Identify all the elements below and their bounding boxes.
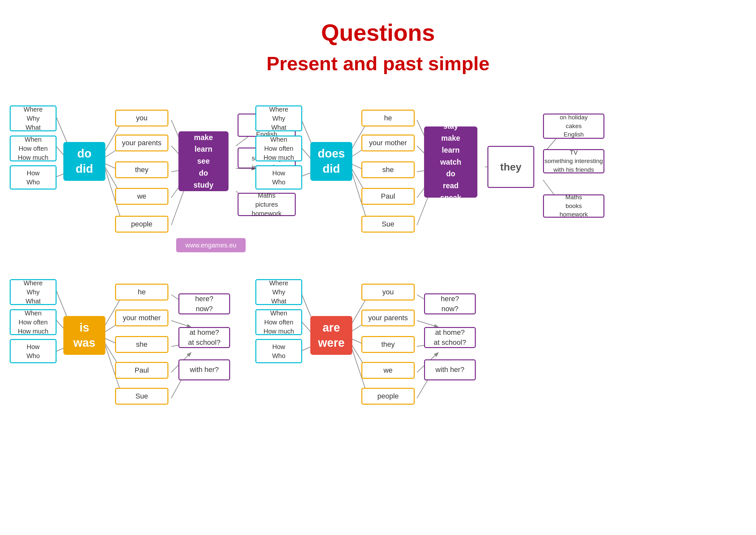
rb-sub4: we (361, 362, 415, 379)
lt-qw3: How Who (10, 165, 57, 189)
rt-verb-box: does did (310, 142, 352, 181)
lt-sub3: they (115, 161, 168, 178)
rt-pronoun: they (487, 146, 534, 188)
rb-qw2: When How often How much (255, 309, 302, 335)
svg-line-25 (171, 321, 191, 327)
rb-sub3: they (361, 336, 415, 353)
lb-verb-box: is was (63, 316, 105, 355)
page-title: Questions (0, 19, 756, 46)
lb-qw3: How Who (10, 339, 57, 363)
website-label: www.engames.eu (176, 238, 246, 252)
diagram-container: Where Why What When How often How much H… (0, 81, 756, 534)
rb-sub2: your parents (361, 310, 415, 326)
page-subtitle: Present and past simple (0, 52, 756, 75)
rt-qw2: When How often How much (255, 135, 302, 161)
rb-sub1: you (361, 284, 415, 300)
rt-qw1: Where Why What (255, 105, 302, 131)
lt-obj3: Maths pictures homework (237, 193, 296, 216)
lb-sub4: Paul (115, 362, 168, 379)
lb-sub3: she (115, 336, 168, 353)
lb-sub1: he (115, 284, 168, 300)
lb-comp1: here? now? (178, 294, 230, 314)
lb-sub2: your mother (115, 310, 168, 326)
lb-comp2: at home? at school? (178, 327, 230, 348)
rb-verb-box: are were (310, 316, 352, 355)
rt-obj3: Maths books homework (543, 194, 605, 218)
lt-qw1: Where Why What (10, 105, 57, 131)
lt-sub2: your parents (115, 134, 168, 152)
rb-comp3: with her? (424, 359, 476, 380)
lb-comp3: with her? (178, 359, 230, 380)
lt-sub5: people (115, 216, 168, 233)
svg-line-55 (417, 321, 438, 327)
lb-qw1: Where Why What (10, 279, 57, 305)
rt-sub4: Paul (361, 188, 415, 205)
lt-verb-box: do did (63, 142, 105, 181)
rb-qw3: How Who (255, 339, 302, 363)
lt-sub1: you (115, 110, 168, 127)
rt-sub2: your mother (361, 134, 415, 152)
rt-qw3: How Who (255, 165, 302, 189)
lb-qw2: When How often How much (10, 309, 57, 335)
rt-sub1: he (361, 110, 415, 127)
lt-verb-phrase: play make learn see do study take (178, 131, 229, 191)
lt-qw2: When How often How much (10, 135, 57, 161)
rt-verb-phrase: stay make learn watch do read speak (424, 127, 477, 198)
rt-sub5: Sue (361, 216, 415, 233)
rt-obj2: TV something interesting with his friend… (543, 149, 605, 173)
rt-obj1: on holiday cakes English (543, 114, 605, 139)
rt-sub3: she (361, 161, 415, 178)
rb-comp1: here? now? (424, 294, 476, 314)
rb-sub5: people (361, 388, 415, 405)
lt-sub4: we (115, 188, 168, 205)
rb-comp2: at home? at school? (424, 327, 476, 348)
lb-sub5: Sue (115, 388, 168, 405)
rb-qw1: Where Why What (255, 279, 302, 305)
